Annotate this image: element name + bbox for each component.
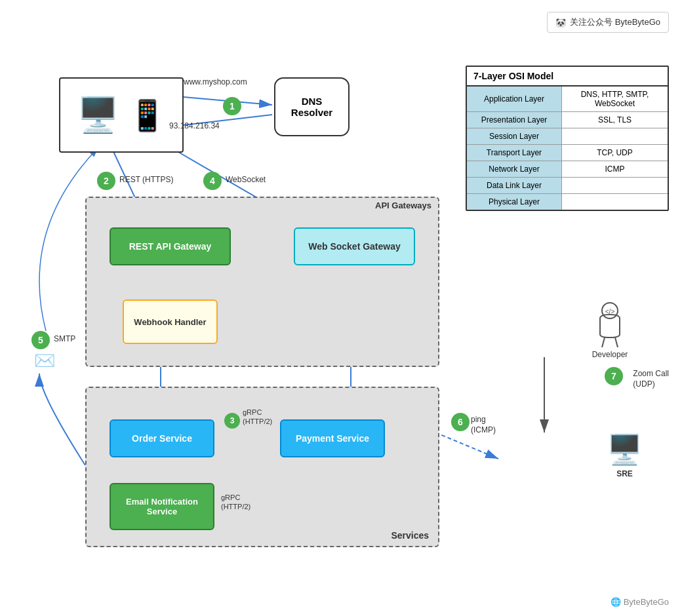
osi-row-session: Session Layer [467,128,668,145]
circle-7: 7 [605,367,623,385]
osi-model-table: 7-Layer OSI Model Application Layer DNS,… [466,66,669,211]
sre-section: 🖥️ SRE [607,433,643,478]
osi-physical-layer: Physical Layer [467,194,562,210]
osi-row-network: Network Layer ICMP [467,161,668,178]
osi-row-transport: Transport Layer TCP, UDP [467,145,668,161]
osi-presentation-protocols: SSL, TLS [562,112,668,128]
circle-5: 5 [31,331,50,349]
websocket-label: WebSocket [226,175,266,184]
osi-presentation-layer: Presentation Layer [467,112,562,128]
osi-network-layer: Network Layer [467,161,562,177]
api-gateways-label: API Gateways [375,201,431,210]
rest-label: REST (HTTPS) [119,175,173,184]
developer-label: Developer [592,350,628,359]
svg-line-17 [602,337,605,347]
client-box: 🖥️ 📱 [59,77,184,153]
watermark-top: 🐼 关注公众号 ByteByteGo [547,12,669,33]
watermark-logo: 🌐 [611,597,621,607]
www-label: www.myshop.com [184,77,247,87]
monitor-icon: 🖥️ [77,95,119,135]
watermark-icon: 🐼 [555,18,566,28]
email-notification-service: Email Notification Service [110,483,214,530]
osi-row-application: Application Layer DNS, HTTP, SMTP,WebSoc… [467,87,668,112]
grpc-label-2: gRPC(HTTP/2) [221,493,251,512]
watermark-bottom: 🌐 ByteByteGo [611,597,669,607]
circle-3: 3 [224,413,240,429]
osi-title: 7-Layer OSI Model [467,67,668,87]
circle-2: 2 [97,172,115,190]
sre-label: SRE [616,469,633,478]
osi-session-layer: Session Layer [467,128,562,144]
osi-network-protocols: ICMP [562,161,668,177]
osi-session-protocols [562,128,668,144]
phone-icon: 📱 [129,98,166,133]
osi-row-physical: Physical Layer [467,194,668,210]
developer-section: </> Developer [590,301,630,359]
grpc-label-1: gRPC(HTTP/2) [243,408,272,427]
svg-line-18 [615,337,618,347]
osi-application-protocols: DNS, HTTP, SMTP,WebSocket [562,87,668,111]
rest-api-gateway: REST API Gateway [110,227,231,265]
payment-service: Payment Service [280,419,385,457]
dns-label: DNSResolver [291,96,332,118]
websocket-gateway: Web Socket Gateway [294,227,415,265]
circle-6: 6 [451,413,470,431]
osi-datalink-layer: Data Link Layer [467,178,562,193]
ping-label: ping(ICMP) [471,415,496,435]
osi-transport-protocols: TCP, UDP [562,145,668,161]
osi-physical-protocols [562,194,668,210]
svg-line-12 [435,433,498,459]
osi-application-layer: Application Layer [467,87,562,111]
services-label: Services [391,530,429,541]
dns-resolver-box: DNSResolver [274,77,350,136]
smtp-label: SMTP [54,334,75,343]
webhook-handler: Webhook Handler [123,299,218,344]
api-gateways-section: API Gateways REST API Gateway Web Socket… [85,197,439,367]
osi-datalink-protocols [562,178,668,193]
circle-1: 1 [223,97,241,115]
sre-monitor-icon: 🖥️ [607,433,643,467]
osi-row-presentation: Presentation Layer SSL, TLS [467,112,668,128]
ip-label: 93.184.216.34 [169,121,220,130]
zoom-label: Zoom Call(UDP) [633,369,669,389]
order-service: Order Service [110,419,214,457]
osi-row-datalink: Data Link Layer [467,178,668,194]
circle-4: 4 [203,172,222,190]
developer-icon: </> [590,301,630,347]
email-envelope-icon: ✉️ [34,351,55,371]
osi-transport-layer: Transport Layer [467,145,562,161]
services-section: Order Service 3 gRPC(HTTP/2) Payment Ser… [85,387,439,547]
